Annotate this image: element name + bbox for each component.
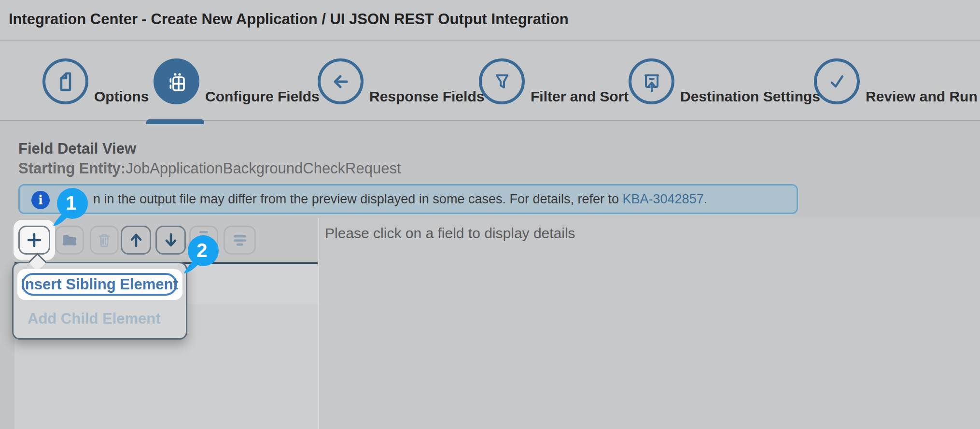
check-icon	[826, 70, 849, 93]
upload-tray-icon	[640, 70, 663, 93]
info-banner-message: n in the output file may differ from the…	[93, 192, 623, 206]
info-banner-text: n in the output file may differ from the…	[93, 186, 707, 213]
lines-icon	[230, 230, 250, 250]
page-title: Integration Center - Create New Applicat…	[9, 11, 569, 28]
tutorial-badge-2: 2	[182, 235, 225, 280]
badge-1-number: 1	[66, 192, 76, 214]
step-options-label[interactable]: Options	[94, 88, 149, 105]
badge-2-number: 2	[196, 240, 207, 261]
menu-item-insert-sibling[interactable]: Insert Sibling Element	[17, 269, 182, 300]
plus-icon	[25, 230, 44, 250]
document-icon	[54, 70, 77, 93]
step-response-fields[interactable]	[318, 58, 364, 104]
step-destination-settings[interactable]	[629, 58, 674, 104]
filter-icon	[490, 70, 514, 93]
menu-button[interactable]	[224, 226, 256, 255]
move-up-button[interactable]	[121, 226, 151, 255]
step-response-fields-label[interactable]: Response Fields	[369, 88, 484, 105]
add-button[interactable]	[18, 226, 50, 255]
title-bar: Integration Center - Create New Applicat…	[0, 0, 980, 41]
integration-center-screen: Integration Center - Create New Applicat…	[0, 0, 980, 429]
section-title: Field Detail View	[18, 140, 136, 157]
starting-entity-value: JobApplicationBackgroundCheckRequest	[126, 160, 401, 177]
active-step-indicator	[146, 119, 204, 124]
delete-button[interactable]	[90, 226, 119, 255]
arrow-down-icon	[161, 230, 181, 250]
tutorial-badge-1: 1	[51, 187, 94, 233]
folder-icon	[60, 230, 79, 250]
arrow-up-icon	[126, 230, 146, 250]
step-configure-fields[interactable]	[154, 58, 199, 104]
step-review-and-run-label[interactable]: Review and Run	[866, 88, 978, 105]
info-banner: i n in the output file may differ from t…	[18, 184, 798, 214]
step-configure-fields-label[interactable]: Configure Fields	[205, 88, 320, 105]
info-banner-period: .	[704, 192, 708, 206]
menu-item-insert-sibling-label: Insert Sibling Element	[21, 276, 178, 293]
arrow-left-icon	[329, 70, 352, 93]
kba-link[interactable]: KBA-3042857	[623, 192, 704, 206]
menu-item-add-child: Add Child Element	[28, 310, 161, 328]
add-element-menu: Insert Sibling Element Add Child Element	[12, 262, 187, 340]
field-details-panel: Please click on a field to display detai…	[319, 218, 980, 429]
panel-divider	[318, 218, 319, 429]
starting-entity-line: Starting Entity:JobApplicationBackground…	[18, 160, 401, 177]
details-placeholder: Please click on a field to display detai…	[325, 225, 575, 242]
step-review-and-run[interactable]	[814, 58, 860, 104]
step-filter-and-sort[interactable]	[479, 58, 525, 104]
step-destination-settings-label[interactable]: Destination Settings	[680, 88, 820, 105]
wizard-step-bar: Options Configure Fields Response Fields	[0, 42, 980, 121]
table-icon	[165, 70, 188, 93]
step-options[interactable]	[42, 58, 88, 104]
trash-icon	[95, 230, 114, 250]
step-filter-and-sort-label[interactable]: Filter and Sort	[531, 88, 629, 105]
info-icon: i	[31, 191, 50, 209]
tutorial-highlight-outline: Insert Sibling Element	[22, 273, 177, 296]
starting-entity-label: Starting Entity:	[18, 160, 126, 177]
dash-icon	[199, 231, 208, 234]
